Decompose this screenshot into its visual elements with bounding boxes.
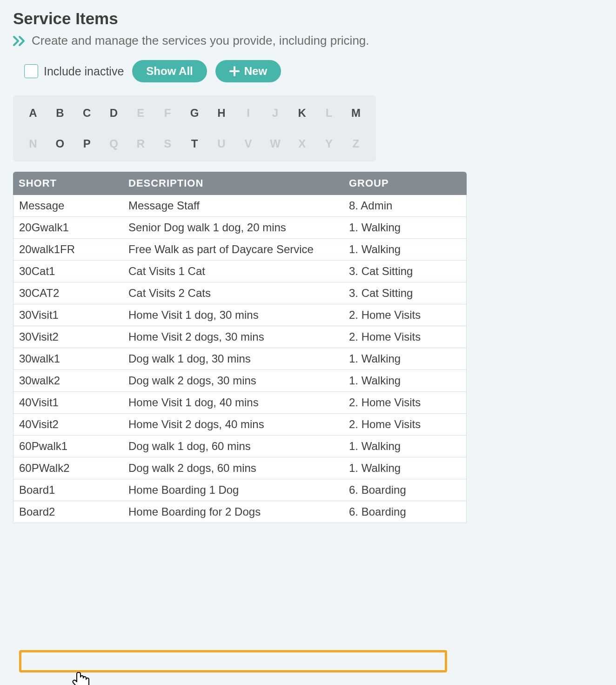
table-row[interactable]: MessageMessage Staff8. Admin — [13, 195, 467, 217]
table-row[interactable]: 60PWalk2Dog walk 2 dogs, 60 mins1. Walki… — [13, 457, 467, 479]
alpha-row: ABCDEFGHIJKLM — [26, 107, 363, 120]
cell-short: 30walk1 — [13, 348, 124, 370]
cell-short: 20Gwalk1 — [13, 217, 124, 239]
cell-description: Cat Visits 2 Cats — [124, 282, 344, 304]
cell-group: 2. Home Visits — [344, 414, 467, 436]
cell-description: Dog walk 1 dog, 60 mins — [124, 436, 344, 457]
cell-short: Board1 — [13, 479, 124, 501]
controls-row: Include inactive Show All New — [13, 60, 603, 82]
cell-short: Board2 — [13, 501, 124, 523]
include-inactive-checkbox[interactable] — [24, 64, 38, 78]
cell-short: 40Visit2 — [13, 414, 124, 436]
cell-description: Free Walk as part of Daycare Service — [124, 239, 344, 261]
new-button-label: New — [244, 65, 267, 78]
cell-group: 3. Cat Sitting — [344, 261, 467, 282]
cell-description: Dog walk 2 dogs, 30 mins — [124, 370, 344, 392]
alpha-letter-x: X — [295, 137, 309, 150]
table-row[interactable]: 20walk1FRFree Walk as part of Daycare Se… — [13, 239, 467, 261]
cell-description: Dog walk 2 dogs, 60 mins — [124, 457, 344, 479]
table-row[interactable]: 30CAT2Cat Visits 2 Cats3. Cat Sitting — [13, 282, 467, 304]
alpha-letter-h[interactable]: H — [214, 107, 228, 120]
cell-short: 60Pwalk1 — [13, 436, 124, 457]
table-row[interactable]: 30Visit2Home Visit 2 dogs, 30 mins2. Hom… — [13, 326, 467, 348]
cell-group: 1. Walking — [344, 436, 467, 457]
cell-short: 40Visit1 — [13, 392, 124, 414]
cell-description: Home Visit 1 dog, 40 mins — [124, 392, 344, 414]
col-header-group[interactable]: GROUP — [344, 172, 467, 195]
alpha-letter-c[interactable]: C — [80, 107, 94, 120]
alpha-letter-m[interactable]: M — [349, 107, 363, 120]
cell-short: 30Visit1 — [13, 304, 124, 326]
cell-group: 1. Walking — [344, 239, 467, 261]
cell-description: Home Visit 2 dogs, 40 mins — [124, 414, 344, 436]
alpha-letter-w: W — [268, 137, 282, 150]
table-header-row: SHORT DESCRIPTION GROUP — [13, 172, 467, 195]
new-button[interactable]: New — [215, 60, 281, 82]
alpha-letter-n: N — [26, 137, 40, 150]
alpha-letter-i: I — [241, 107, 255, 120]
alpha-letter-y: Y — [322, 137, 336, 150]
table-row[interactable]: 60Pwalk1Dog walk 1 dog, 60 mins1. Walkin… — [13, 436, 467, 457]
alpha-letter-s: S — [161, 137, 174, 150]
alpha-letter-z: Z — [349, 137, 363, 150]
table-row[interactable]: 40Visit2Home Visit 2 dogs, 40 mins2. Hom… — [13, 414, 467, 436]
alpha-letter-k[interactable]: K — [295, 107, 309, 120]
alpha-letter-e: E — [134, 107, 147, 120]
alpha-letter-g[interactable]: G — [187, 107, 201, 120]
alpha-letter-f: F — [161, 107, 174, 120]
table-row[interactable]: 20Gwalk1Senior Dog walk 1 dog, 20 mins1.… — [13, 217, 467, 239]
col-header-short[interactable]: SHORT — [13, 172, 124, 195]
page-title: Service Items — [13, 9, 603, 28]
table-row[interactable]: 30Cat1Cat Visits 1 Cat3. Cat Sitting — [13, 261, 467, 282]
cell-group: 1. Walking — [344, 348, 467, 370]
cell-description: Home Boarding 1 Dog — [124, 479, 344, 501]
cell-short: Message — [13, 195, 124, 217]
cell-short: 30walk2 — [13, 370, 124, 392]
cell-group: 3. Cat Sitting — [344, 282, 467, 304]
cell-short: 30Visit2 — [13, 326, 124, 348]
include-inactive-checkbox-wrap[interactable]: Include inactive — [24, 64, 124, 78]
table-row[interactable]: 40Visit1Home Visit 1 dog, 40 mins2. Home… — [13, 392, 467, 414]
cell-description: Senior Dog walk 1 dog, 20 mins — [124, 217, 344, 239]
chevrons-right-icon — [13, 35, 26, 47]
alpha-letter-r: R — [134, 137, 147, 150]
alpha-letter-o[interactable]: O — [53, 137, 67, 150]
table-row[interactable]: Board1Home Boarding 1 Dog6. Boarding — [13, 479, 467, 501]
include-inactive-label: Include inactive — [44, 65, 124, 78]
cell-short: 30CAT2 — [13, 282, 124, 304]
cell-description: Home Boarding for 2 Dogs — [124, 501, 344, 523]
alpha-letter-d[interactable]: D — [107, 107, 121, 120]
alpha-letter-l: L — [322, 107, 336, 120]
show-all-button[interactable]: Show All — [132, 60, 207, 82]
cell-description: Home Visit 2 dogs, 30 mins — [124, 326, 344, 348]
col-header-description[interactable]: DESCRIPTION — [124, 172, 344, 195]
service-items-table: SHORT DESCRIPTION GROUP MessageMessage S… — [13, 172, 467, 523]
table-row[interactable]: 30Visit1Home Visit 1 dog, 30 mins2. Home… — [13, 304, 467, 326]
page-subtitle-row: Create and manage the services you provi… — [13, 34, 603, 48]
table-row[interactable]: 30walk2Dog walk 2 dogs, 30 mins1. Walkin… — [13, 370, 467, 392]
alpha-letter-b[interactable]: B — [53, 107, 67, 120]
cell-description: Message Staff — [124, 195, 344, 217]
page-subtitle: Create and manage the services you provi… — [32, 34, 369, 48]
alpha-letter-q: Q — [107, 137, 121, 150]
alpha-letter-j: J — [268, 107, 282, 120]
cell-short: 30Cat1 — [13, 261, 124, 282]
cell-group: 8. Admin — [344, 195, 467, 217]
alpha-letter-t[interactable]: T — [187, 137, 201, 150]
cell-group: 2. Home Visits — [344, 392, 467, 414]
cell-group: 6. Boarding — [344, 501, 467, 523]
table-row[interactable]: Board2Home Boarding for 2 Dogs6. Boardin… — [13, 501, 467, 523]
cell-group: 1. Walking — [344, 370, 467, 392]
cell-group: 1. Walking — [344, 457, 467, 479]
show-all-label: Show All — [146, 65, 193, 78]
alpha-letter-p[interactable]: P — [80, 137, 94, 150]
cell-group: 2. Home Visits — [344, 326, 467, 348]
table-row[interactable]: 30walk1Dog walk 1 dog, 30 mins1. Walking — [13, 348, 467, 370]
alpha-row: NOPQRSTUVWXYZ — [26, 137, 363, 150]
cell-description: Dog walk 1 dog, 30 mins — [124, 348, 344, 370]
alpha-letter-a[interactable]: A — [26, 107, 40, 120]
alpha-letter-u: U — [214, 137, 228, 150]
highlight-box — [19, 650, 447, 672]
alpha-filter: ABCDEFGHIJKLMNOPQRSTUVWXYZ — [13, 95, 376, 161]
cell-group: 6. Boarding — [344, 479, 467, 501]
